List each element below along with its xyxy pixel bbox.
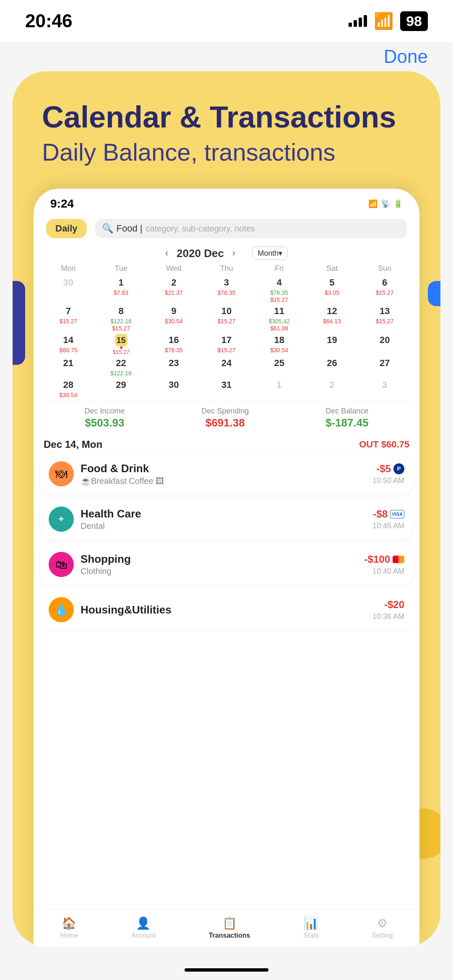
transaction-health-care[interactable]: + Health Care Dental -$8 VISA 10:45 AM: [40, 499, 413, 539]
transaction-shopping[interactable]: 🛍 Shopping Clothing -$100 10:40 AM: [40, 544, 413, 585]
transactions-icon: 📋: [222, 916, 237, 930]
cal-day-12[interactable]: 12$64.13: [306, 304, 359, 333]
cal-day-14[interactable]: 14$60.75: [42, 333, 95, 356]
phone-inner: 9:24 📶 📡 🔋 Daily 🔍 Food | category, sub-…: [34, 189, 419, 946]
cal-day-1[interactable]: 1$7.63: [95, 276, 148, 304]
cal-day-27[interactable]: 27: [358, 356, 411, 378]
cal-day-25[interactable]: 25: [253, 356, 306, 378]
shopping-amount: -$100: [364, 554, 404, 565]
income-value: $503.93: [84, 416, 125, 429]
prev-month-button[interactable]: ‹: [165, 248, 168, 259]
housing-amount-value: -$20: [384, 599, 404, 611]
cal-day-7[interactable]: 7$15.27: [42, 304, 95, 333]
cal-day-31[interactable]: 31: [200, 378, 253, 400]
cal-day-13[interactable]: 13$15.27: [358, 304, 411, 333]
spending-value: $691.38: [201, 416, 249, 429]
nav-setting-label: Setting: [372, 932, 393, 939]
shopping-right: -$100 10:40 AM: [364, 554, 404, 576]
cal-day-2-next[interactable]: 2: [306, 378, 359, 400]
main-card: Calendar & Transactions Daily Balance, t…: [13, 71, 440, 946]
search-bar[interactable]: 🔍 Food | category, sub-category, notes: [95, 219, 407, 238]
cal-day-18[interactable]: 18$30.54: [253, 333, 306, 356]
cal-day-8[interactable]: 8$122.16$15.27: [95, 304, 148, 333]
cal-day-21[interactable]: 21: [42, 356, 95, 378]
home-indicator: [185, 968, 268, 972]
calendar-nav: ‹ 2020 Dec › Month▾: [42, 242, 411, 263]
food-drink-name: Food & Drink: [81, 462, 366, 475]
cal-day-26[interactable]: 26: [306, 356, 359, 378]
status-icons: 📶 98: [349, 11, 428, 31]
nav-setting[interactable]: ⚙ Setting: [372, 916, 393, 939]
nav-transactions-label: Transactions: [209, 932, 250, 939]
side-decoration-left: [13, 281, 25, 365]
cal-header-sun: Sun: [358, 263, 411, 276]
status-bar: 20:46 📶 98: [0, 0, 453, 42]
spending-summary: Dec Spending $691.38: [201, 407, 249, 429]
housing-name: Housing&Utilities: [81, 603, 366, 616]
out-value: $60.75: [381, 439, 409, 450]
visa-badge: VISA: [390, 510, 404, 518]
transaction-food-drink[interactable]: 🍽 Food & Drink ☕Breakfast Coffee 🖼 -$5 P…: [40, 454, 413, 494]
calendar-grid: Mon Tue Wed Thu Fri Sat Sun 30 1$7.63 2$…: [42, 263, 411, 400]
cal-day-5[interactable]: 5$3.05: [306, 276, 359, 304]
daily-pill[interactable]: Daily: [46, 219, 87, 238]
cal-day-3[interactable]: 3$76.35: [200, 276, 253, 304]
balance-label: Dec Balance: [325, 407, 369, 416]
cal-day-6[interactable]: 6$15.27: [358, 276, 411, 304]
health-care-amount-value: -$8: [373, 508, 388, 520]
cal-day-11[interactable]: 11$305.42$61.08: [253, 304, 306, 333]
shopping-details: Shopping Clothing: [81, 553, 358, 576]
heading-title: Calendar & Transactions: [42, 101, 411, 134]
cal-day-3-next[interactable]: 3: [358, 378, 411, 400]
income-label: Dec Income: [84, 407, 125, 416]
cal-day-20[interactable]: 20: [358, 333, 411, 356]
cal-day-1-next[interactable]: 1: [253, 378, 306, 400]
next-month-button[interactable]: ›: [232, 248, 235, 259]
calendar-section: ‹ 2020 Dec › Month▾ Mon Tue Wed Thu Fri …: [34, 242, 419, 434]
status-time: 20:46: [25, 10, 73, 31]
cal-day-24[interactable]: 24: [200, 356, 253, 378]
food-drink-details: Food & Drink ☕Breakfast Coffee 🖼: [81, 462, 366, 486]
date-header: Dec 14, Mon OUT $60.75: [34, 434, 419, 454]
cal-day-29[interactable]: 29: [95, 378, 148, 400]
cal-day-16[interactable]: 16$76.35: [147, 333, 200, 356]
phone-battery-icon: 🔋: [393, 199, 403, 208]
search-text: Food |: [117, 223, 143, 234]
health-care-details: Health Care Dental: [81, 507, 366, 531]
side-decoration-right: [428, 281, 440, 306]
search-area: Daily 🔍 Food | category, sub-category, n…: [34, 215, 419, 242]
nav-home[interactable]: 🏠 Home: [60, 916, 78, 939]
nav-stats[interactable]: 📊 Stats: [303, 916, 318, 939]
cal-day-28[interactable]: 28$30.54: [42, 378, 95, 400]
cal-day-17[interactable]: 17$15.27: [200, 333, 253, 356]
cal-header-wed: Wed: [147, 263, 200, 276]
cal-day-10[interactable]: 10$15.27: [200, 304, 253, 333]
cal-day-22[interactable]: 22$122.16: [95, 356, 148, 378]
shopping-icon: 🛍: [49, 552, 74, 577]
balance-summary: Dec Balance $-187.45: [325, 407, 369, 429]
transaction-housing[interactable]: 💧 Housing&Utilities -$20 10:36 AM: [40, 590, 413, 630]
cal-day-9[interactable]: 9$30.54: [147, 304, 200, 333]
health-care-name: Health Care: [81, 507, 366, 520]
done-button[interactable]: Done: [384, 46, 428, 67]
phone-mockup: 9:24 📶 📡 🔋 Daily 🔍 Food | category, sub-…: [34, 189, 419, 946]
cal-header-mon: Mon: [42, 263, 95, 276]
cal-day-30[interactable]: 30: [147, 378, 200, 400]
nav-account[interactable]: 👤 Account: [131, 916, 156, 939]
cal-header-fri: Fri: [253, 263, 306, 276]
nav-account-label: Account: [131, 932, 156, 939]
calendar-view-selector[interactable]: Month▾: [252, 247, 288, 260]
nav-transactions[interactable]: 📋 Transactions: [209, 916, 250, 939]
health-care-amount: -$8 VISA: [372, 508, 404, 520]
cal-day-23[interactable]: 23: [147, 356, 200, 378]
food-drink-time: 10:50 AM: [372, 476, 404, 485]
battery-indicator: 98: [400, 11, 428, 31]
cal-day-2[interactable]: 2$21.37: [147, 276, 200, 304]
date-label: Dec 14, Mon: [44, 439, 102, 450]
food-drink-icon: 🍽: [49, 461, 74, 486]
home-icon: 🏠: [62, 916, 76, 930]
cal-day-4[interactable]: 4$76.35$15.27: [253, 276, 306, 304]
cal-day-19[interactable]: 19: [306, 333, 359, 356]
cal-day-30-prev[interactable]: 30: [42, 276, 95, 304]
cal-day-15[interactable]: 15 $15.27: [95, 333, 148, 356]
